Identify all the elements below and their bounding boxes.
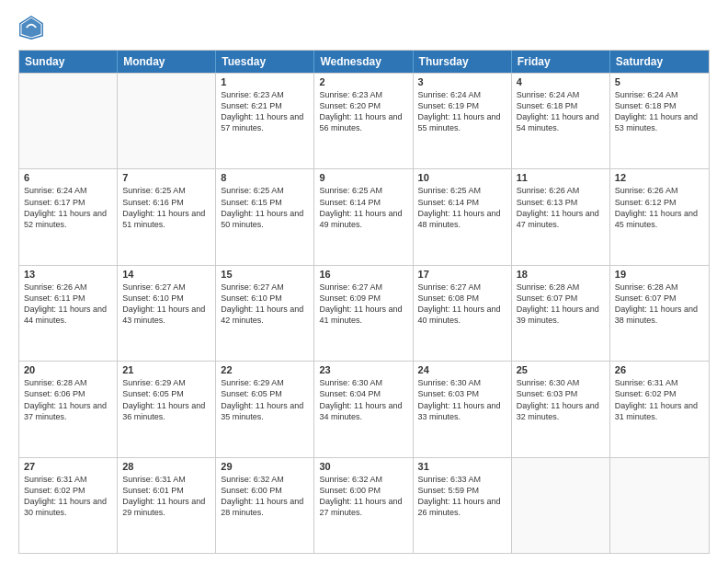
day-header-wednesday: Wednesday xyxy=(314,51,413,73)
day-info: Sunrise: 6:30 AM Sunset: 6:03 PM Dayligh… xyxy=(517,377,605,422)
day-info: Sunrise: 6:29 AM Sunset: 6:05 PM Dayligh… xyxy=(122,377,210,422)
day-number: 24 xyxy=(418,364,506,375)
cal-cell: 15Sunrise: 6:27 AM Sunset: 6:10 PM Dayli… xyxy=(216,266,314,361)
day-info: Sunrise: 6:31 AM Sunset: 6:02 PM Dayligh… xyxy=(24,474,112,519)
day-number: 4 xyxy=(517,76,605,87)
day-info: Sunrise: 6:27 AM Sunset: 6:08 PM Dayligh… xyxy=(418,282,506,327)
cal-cell: 27Sunrise: 6:31 AM Sunset: 6:02 PM Dayli… xyxy=(19,458,118,553)
cal-cell: 17Sunrise: 6:27 AM Sunset: 6:08 PM Dayli… xyxy=(414,266,512,361)
day-info: Sunrise: 6:26 AM Sunset: 6:11 PM Dayligh… xyxy=(24,282,112,327)
cal-cell: 31Sunrise: 6:33 AM Sunset: 5:59 PM Dayli… xyxy=(414,458,512,553)
day-info: Sunrise: 6:25 AM Sunset: 6:16 PM Dayligh… xyxy=(122,185,210,230)
cal-cell: 24Sunrise: 6:30 AM Sunset: 6:03 PM Dayli… xyxy=(414,362,512,456)
day-header-saturday: Saturday xyxy=(610,51,709,73)
day-number: 27 xyxy=(24,461,112,472)
day-number: 16 xyxy=(319,269,407,280)
day-number: 14 xyxy=(122,269,210,280)
cal-cell: 4Sunrise: 6:24 AM Sunset: 6:18 PM Daylig… xyxy=(512,74,610,168)
day-number: 19 xyxy=(615,269,704,280)
day-info: Sunrise: 6:24 AM Sunset: 6:18 PM Dayligh… xyxy=(517,89,605,134)
cal-cell: 5Sunrise: 6:24 AM Sunset: 6:18 PM Daylig… xyxy=(610,74,709,168)
week-row-1: 1Sunrise: 6:23 AM Sunset: 6:21 PM Daylig… xyxy=(19,73,709,168)
day-number: 8 xyxy=(221,172,309,183)
day-number: 3 xyxy=(418,76,506,87)
day-header-tuesday: Tuesday xyxy=(216,51,314,73)
week-row-5: 27Sunrise: 6:31 AM Sunset: 6:02 PM Dayli… xyxy=(19,457,709,553)
day-info: Sunrise: 6:28 AM Sunset: 6:07 PM Dayligh… xyxy=(517,282,605,327)
day-number: 1 xyxy=(221,76,309,87)
cal-cell: 20Sunrise: 6:28 AM Sunset: 6:06 PM Dayli… xyxy=(19,362,118,456)
day-info: Sunrise: 6:28 AM Sunset: 6:07 PM Dayligh… xyxy=(615,282,704,327)
day-info: Sunrise: 6:25 AM Sunset: 6:15 PM Dayligh… xyxy=(221,185,309,230)
day-header-monday: Monday xyxy=(118,51,216,73)
day-number: 7 xyxy=(122,172,210,183)
day-number: 11 xyxy=(517,172,605,183)
day-info: Sunrise: 6:25 AM Sunset: 6:14 PM Dayligh… xyxy=(319,185,407,230)
day-number: 6 xyxy=(24,172,112,183)
cal-cell: 12Sunrise: 6:26 AM Sunset: 6:12 PM Dayli… xyxy=(610,169,709,264)
week-row-3: 13Sunrise: 6:26 AM Sunset: 6:11 PM Dayli… xyxy=(19,265,709,361)
day-header-thursday: Thursday xyxy=(414,51,512,73)
cal-cell: 16Sunrise: 6:27 AM Sunset: 6:09 PM Dayli… xyxy=(314,266,413,361)
cal-cell: 8Sunrise: 6:25 AM Sunset: 6:15 PM Daylig… xyxy=(216,169,314,264)
logo xyxy=(18,15,48,40)
cal-cell: 6Sunrise: 6:24 AM Sunset: 6:17 PM Daylig… xyxy=(19,169,118,264)
day-info: Sunrise: 6:30 AM Sunset: 6:04 PM Dayligh… xyxy=(319,377,407,422)
day-number: 17 xyxy=(418,269,506,280)
cal-cell: 2Sunrise: 6:23 AM Sunset: 6:20 PM Daylig… xyxy=(314,74,413,168)
cal-cell xyxy=(118,74,216,168)
day-number: 29 xyxy=(221,461,309,472)
day-number: 26 xyxy=(615,364,704,375)
day-number: 30 xyxy=(319,461,407,472)
page: SundayMondayTuesdayWednesdayThursdayFrid… xyxy=(0,0,728,563)
day-number: 2 xyxy=(319,76,407,87)
day-number: 28 xyxy=(122,461,210,472)
cal-cell xyxy=(512,458,610,553)
cal-cell: 10Sunrise: 6:25 AM Sunset: 6:14 PM Dayli… xyxy=(414,169,512,264)
cal-cell: 3Sunrise: 6:24 AM Sunset: 6:19 PM Daylig… xyxy=(414,74,512,168)
week-row-2: 6Sunrise: 6:24 AM Sunset: 6:17 PM Daylig… xyxy=(19,168,709,264)
cal-cell: 23Sunrise: 6:30 AM Sunset: 6:04 PM Dayli… xyxy=(314,362,413,456)
day-info: Sunrise: 6:24 AM Sunset: 6:17 PM Dayligh… xyxy=(24,185,112,230)
cal-cell: 11Sunrise: 6:26 AM Sunset: 6:13 PM Dayli… xyxy=(512,169,610,264)
day-number: 12 xyxy=(615,172,704,183)
day-info: Sunrise: 6:24 AM Sunset: 6:19 PM Dayligh… xyxy=(418,89,506,134)
day-number: 20 xyxy=(24,364,112,375)
cal-cell: 21Sunrise: 6:29 AM Sunset: 6:05 PM Dayli… xyxy=(118,362,216,456)
cal-cell: 18Sunrise: 6:28 AM Sunset: 6:07 PM Dayli… xyxy=(512,266,610,361)
day-info: Sunrise: 6:31 AM Sunset: 6:02 PM Dayligh… xyxy=(615,377,704,422)
day-info: Sunrise: 6:23 AM Sunset: 6:20 PM Dayligh… xyxy=(319,89,407,134)
day-header-friday: Friday xyxy=(512,51,610,73)
day-number: 15 xyxy=(221,269,309,280)
cal-cell: 14Sunrise: 6:27 AM Sunset: 6:10 PM Dayli… xyxy=(118,266,216,361)
cal-cell: 1Sunrise: 6:23 AM Sunset: 6:21 PM Daylig… xyxy=(216,74,314,168)
day-number: 22 xyxy=(221,364,309,375)
cal-cell: 26Sunrise: 6:31 AM Sunset: 6:02 PM Dayli… xyxy=(610,362,709,456)
day-info: Sunrise: 6:27 AM Sunset: 6:10 PM Dayligh… xyxy=(221,282,309,327)
day-number: 23 xyxy=(319,364,407,375)
cal-cell: 25Sunrise: 6:30 AM Sunset: 6:03 PM Dayli… xyxy=(512,362,610,456)
day-info: Sunrise: 6:26 AM Sunset: 6:13 PM Dayligh… xyxy=(517,185,605,230)
day-info: Sunrise: 6:24 AM Sunset: 6:18 PM Dayligh… xyxy=(615,89,704,134)
cal-cell xyxy=(610,458,709,553)
calendar-body: 1Sunrise: 6:23 AM Sunset: 6:21 PM Daylig… xyxy=(19,73,709,553)
day-info: Sunrise: 6:27 AM Sunset: 6:09 PM Dayligh… xyxy=(319,282,407,327)
day-info: Sunrise: 6:27 AM Sunset: 6:10 PM Dayligh… xyxy=(122,282,210,327)
day-info: Sunrise: 6:33 AM Sunset: 5:59 PM Dayligh… xyxy=(418,474,506,519)
day-number: 13 xyxy=(24,269,112,280)
day-info: Sunrise: 6:23 AM Sunset: 6:21 PM Dayligh… xyxy=(221,89,309,134)
cal-cell: 9Sunrise: 6:25 AM Sunset: 6:14 PM Daylig… xyxy=(314,169,413,264)
day-info: Sunrise: 6:31 AM Sunset: 6:01 PM Dayligh… xyxy=(122,474,210,519)
calendar-header: SundayMondayTuesdayWednesdayThursdayFrid… xyxy=(19,51,709,73)
day-info: Sunrise: 6:25 AM Sunset: 6:14 PM Dayligh… xyxy=(418,185,506,230)
day-info: Sunrise: 6:29 AM Sunset: 6:05 PM Dayligh… xyxy=(221,377,309,422)
day-info: Sunrise: 6:28 AM Sunset: 6:06 PM Dayligh… xyxy=(24,377,112,422)
week-row-4: 20Sunrise: 6:28 AM Sunset: 6:06 PM Dayli… xyxy=(19,361,709,456)
day-number: 5 xyxy=(615,76,704,87)
header xyxy=(18,15,710,40)
cal-cell: 19Sunrise: 6:28 AM Sunset: 6:07 PM Dayli… xyxy=(610,266,709,361)
day-info: Sunrise: 6:32 AM Sunset: 6:00 PM Dayligh… xyxy=(221,474,309,519)
cal-cell: 22Sunrise: 6:29 AM Sunset: 6:05 PM Dayli… xyxy=(216,362,314,456)
cal-cell: 30Sunrise: 6:32 AM Sunset: 6:00 PM Dayli… xyxy=(314,458,413,553)
day-number: 21 xyxy=(122,364,210,375)
